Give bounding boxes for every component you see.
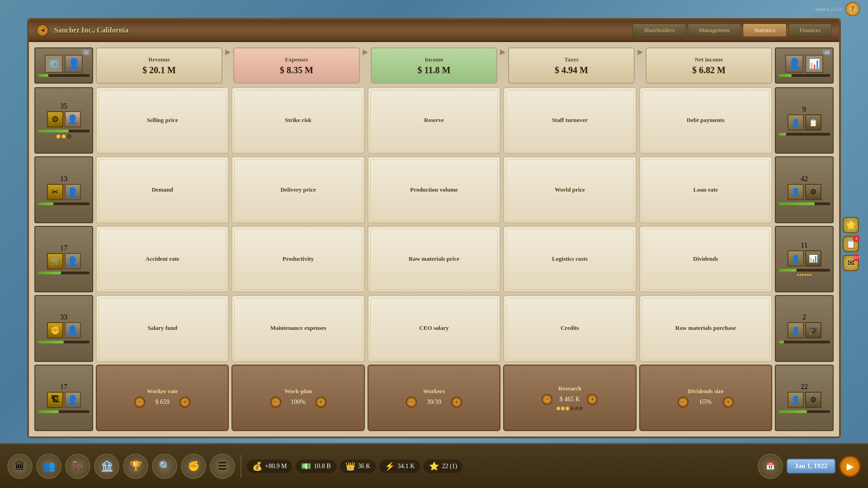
card-credits[interactable]: Credits	[503, 295, 636, 361]
grid-row-2: 13 ✂ 👤 Demand Delivery price Produ	[34, 156, 834, 223]
grid-row-5: 17 🏗 👤 Worker rate − $ 659 +	[34, 365, 834, 431]
card-reserve[interactable]: Reserve	[368, 87, 500, 154]
card-accident-rate[interactable]: Accident rate	[96, 226, 229, 292]
taxes-label: Taxes	[564, 56, 578, 63]
card-logistics-costs[interactable]: Logistics costs	[503, 226, 636, 292]
worker-progress-top-right	[778, 74, 830, 77]
star-button[interactable]: ⭐	[843, 217, 859, 233]
card-world-price-text: World price	[555, 186, 585, 194]
card-dividends-text: Dividends	[693, 255, 718, 263]
build-version: build 0.222.8	[816, 6, 842, 12]
work-plan-value: 100%	[285, 399, 312, 406]
toolbar-btn-menu[interactable]: ☰	[210, 454, 235, 479]
workers-decrease[interactable]: −	[406, 397, 417, 408]
badge-top-right: 44	[823, 49, 831, 55]
worker-rate-decrease[interactable]: −	[134, 397, 145, 408]
toolbar-btn-animal[interactable]: 🐂	[65, 454, 90, 479]
revenue-label: Revenue	[148, 56, 170, 63]
card-raw-materials-price[interactable]: Raw materials price	[368, 226, 500, 292]
card-productivity-text: Productivity	[283, 255, 314, 263]
tab-shareholders[interactable]: Shareholders	[632, 23, 686, 37]
toolbar-btn-trophy[interactable]: 🏆	[123, 454, 148, 479]
toolbar-btn-search[interactable]: 🔍	[152, 454, 177, 479]
side-buttons: ⭐ 📋 4 ✉ 1017	[843, 217, 859, 271]
toolbar-btn-building[interactable]: 🏛	[7, 454, 33, 479]
toolbar-btn-bank[interactable]: 🏦	[94, 454, 119, 479]
card-strike-risk-text: Strike risk	[285, 117, 311, 124]
side-card-right-2: 42 👤 ⚙	[775, 156, 834, 223]
net-income-label: Net income	[695, 56, 723, 63]
date-display: 📅 Jan 1, 1922 ▶	[758, 454, 861, 479]
side-card-left-2: 13 ✂ 👤	[34, 156, 93, 223]
worker-rate-increase[interactable]: +	[179, 397, 190, 408]
arrow-4: ▶	[637, 47, 643, 84]
taxes-value: $ 4.94 M	[555, 65, 588, 75]
title-bar: ◄ Sanchez Inc., California Shareholders …	[29, 20, 839, 42]
work-plan-increase[interactable]: +	[316, 397, 326, 408]
play-button[interactable]: ▶	[839, 455, 861, 477]
stat-income: Income $ 11.8 M	[371, 47, 497, 84]
dot-2	[561, 407, 565, 410]
card-production-volume[interactable]: Production volume	[368, 156, 500, 223]
cash-icon: 💵	[301, 461, 311, 471]
workers-increase[interactable]: +	[451, 397, 462, 408]
card-maintenance[interactable]: Maintenance expenses	[231, 295, 364, 361]
card-dividends[interactable]: Dividends	[639, 226, 772, 292]
stat-taxes: Taxes $ 4.94 M	[508, 47, 635, 84]
work-plan-decrease[interactable]: −	[270, 397, 281, 408]
resource-value: 34.1 K	[397, 463, 415, 470]
card-delivery-price-text: Delivery price	[280, 186, 316, 194]
cash-pill: 💵 10.8 B	[296, 460, 336, 473]
card-world-price[interactable]: World price	[503, 156, 636, 223]
card-strike-risk[interactable]: Strike risk	[231, 87, 364, 154]
card-debt-payments[interactable]: Debt payments	[639, 87, 772, 154]
control-workers: Workers − 39/39 +	[368, 365, 500, 431]
dividends-increase[interactable]: +	[723, 397, 734, 408]
dot-3	[566, 407, 569, 410]
control-worker-rate: Worker rate − $ 659 +	[96, 365, 229, 431]
worker-avatar-top-left: 👤	[65, 55, 83, 73]
workers-row: − 39/39 +	[406, 397, 462, 408]
help-button[interactable]: ?	[845, 2, 860, 16]
card-staff-turnover-text: Staff turnover	[552, 117, 588, 124]
stat-expenses: Expenses $ 8.35 M	[233, 47, 360, 84]
control-research: Research − $ 465 K +	[503, 365, 636, 431]
list-button[interactable]: 📋 4	[843, 236, 859, 252]
card-ceo-salary[interactable]: CEO salary	[368, 295, 500, 361]
arrow-2: ▶	[363, 47, 368, 84]
resource-icon: ⚡	[385, 461, 395, 471]
card-productivity[interactable]: Productivity	[231, 226, 364, 292]
card-delivery-price[interactable]: Delivery price	[231, 156, 364, 223]
tab-statistics[interactable]: Statistics	[743, 23, 787, 37]
title-tabs: Shareholders Management Statistics Finan…	[632, 23, 832, 37]
back-button[interactable]: ◄	[36, 24, 49, 37]
worker-card-top-left: 32 ⚙️ 👤	[34, 47, 93, 84]
card-staff-turnover[interactable]: Staff turnover	[503, 87, 636, 154]
dot-6	[579, 407, 583, 410]
card-loan-rate[interactable]: Loan rate	[639, 156, 772, 223]
arrow-1: ▶	[225, 47, 231, 84]
money-flow-pill: 💰 +80.9 M	[247, 460, 292, 473]
mail-button[interactable]: ✉ 1017	[843, 255, 859, 271]
dividends-decrease[interactable]: −	[678, 397, 689, 408]
toolbar-btn-people[interactable]: 👥	[36, 454, 61, 479]
net-income-value: $ 6.82 M	[692, 65, 726, 75]
card-salary-fund[interactable]: Salary fund	[96, 295, 229, 361]
research-increase[interactable]: +	[587, 394, 598, 405]
money-flow-value: +80.9 M	[265, 463, 287, 470]
income-label: Income	[425, 56, 443, 63]
side-card-left-1: 35 ⚙ 👤	[34, 87, 93, 154]
card-raw-materials-purchase[interactable]: Raw materials purchase	[639, 295, 772, 361]
resource-pill: ⚡ 34.1 K	[379, 460, 420, 473]
toolbar-btn-fist[interactable]: ✊	[181, 454, 206, 479]
card-selling-price[interactable]: Selling price	[96, 87, 229, 154]
calendar-btn[interactable]: 📅	[758, 454, 783, 479]
stat-revenue: Revenue $ 20.1 M	[96, 47, 222, 84]
worker-rate-label: Worker rate	[147, 388, 178, 395]
research-decrease[interactable]: −	[542, 394, 552, 405]
dot-5	[575, 407, 578, 410]
tab-finances[interactable]: Finances	[788, 23, 832, 37]
people-pill: 👑 36 K	[340, 460, 376, 473]
tab-management[interactable]: Management	[688, 23, 741, 37]
card-demand[interactable]: Demand	[96, 156, 229, 223]
